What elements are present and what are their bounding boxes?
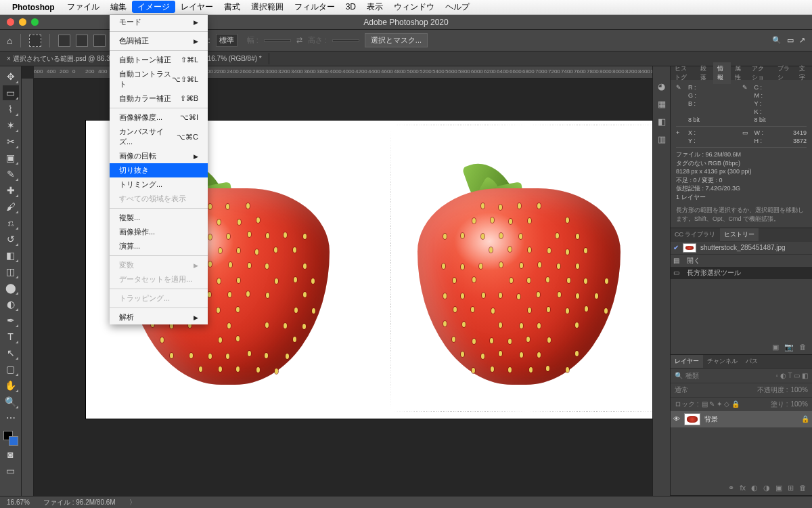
swatches-panel-icon[interactable]: ▦ xyxy=(656,98,668,110)
adjust-icon[interactable]: ◑ xyxy=(763,484,770,492)
dodge-tool[interactable]: ◐ xyxy=(3,297,19,312)
stamp-tool[interactable]: ⎌ xyxy=(3,215,19,230)
patterns-panel-icon[interactable]: ▥ xyxy=(656,133,668,145)
menubar-item[interactable]: ヘルプ xyxy=(440,1,475,13)
home-icon[interactable]: ⌂ xyxy=(7,35,12,46)
menubar-item[interactable]: イメージ xyxy=(132,1,175,13)
visibility-icon[interactable]: 👁 xyxy=(673,415,680,423)
menu-item[interactable]: 色調補正▶ xyxy=(110,34,208,48)
layer-thumbnail[interactable] xyxy=(684,413,700,425)
history-snapshot[interactable]: ✔shutterstock_285451487.jpg xyxy=(671,242,812,255)
sel-add-icon[interactable] xyxy=(76,35,88,47)
menu-item[interactable]: 切り抜き xyxy=(110,163,208,177)
workspace-icon[interactable]: ▭ xyxy=(787,36,794,45)
menu-item[interactable]: 画像操作... xyxy=(110,225,208,239)
lock-icon[interactable]: 🔒 xyxy=(801,415,809,423)
eraser-tool[interactable]: ◧ xyxy=(3,248,19,263)
layer-filter[interactable]: 種類 xyxy=(685,371,699,381)
menu-item[interactable]: 自動カラー補正⇧⌘B xyxy=(110,91,208,106)
lasso-tool[interactable]: ⌇ xyxy=(3,102,19,117)
panel-tab[interactable]: 情報 xyxy=(713,62,730,84)
menubar-item[interactable]: ウィンドウ xyxy=(388,1,440,13)
history-item[interactable]: ▤開く xyxy=(671,255,812,267)
blur-tool[interactable]: ⬤ xyxy=(3,280,19,295)
menubar-item[interactable]: 3D xyxy=(340,1,361,13)
crop-tool[interactable]: ✂ xyxy=(3,134,19,149)
menu-item[interactable]: 複製... xyxy=(110,211,208,225)
panel-tab[interactable]: チャンネル xyxy=(703,355,742,368)
wand-tool[interactable]: ✶ xyxy=(3,118,19,133)
document-tab[interactable]: × 選択されている範囲.psd @ 86.3% xyxy=(0,52,124,66)
menu-item[interactable]: 自動コントラスト⌥⇧⌘L xyxy=(110,67,208,91)
layer-row[interactable]: 👁 背景 🔒 xyxy=(671,411,812,427)
hand-tool[interactable]: ✋ xyxy=(3,378,19,393)
share-icon[interactable]: ↗ xyxy=(799,36,805,45)
menubar-item[interactable]: 選択範囲 xyxy=(246,1,289,13)
panel-tab[interactable]: ブラシ xyxy=(773,62,795,84)
zoom-tool[interactable]: 🔍 xyxy=(3,394,19,409)
menubar-item[interactable]: 表示 xyxy=(361,1,388,13)
panel-tab[interactable]: パス xyxy=(742,355,762,368)
menu-item[interactable]: 画像の回転▶ xyxy=(110,149,208,163)
fx-icon[interactable]: fx xyxy=(740,484,746,492)
panel-tab[interactable]: ヒストリー xyxy=(720,228,759,241)
marquee-selection[interactable] xyxy=(390,125,652,412)
screenmode-toggle[interactable]: ▭ xyxy=(3,463,19,478)
menubar-item[interactable]: レイヤー xyxy=(175,1,219,13)
menubar-item[interactable]: フィルター xyxy=(289,1,340,13)
menu-item[interactable]: トリミング... xyxy=(110,177,208,192)
gradients-panel-icon[interactable]: ◧ xyxy=(656,115,668,127)
panel-tab[interactable]: 文字 xyxy=(795,62,812,84)
type-tool[interactable]: T xyxy=(3,329,19,344)
layer-name[interactable]: 背景 xyxy=(704,415,718,424)
panel-tab[interactable]: CC ライブラリ xyxy=(671,228,720,241)
width-field[interactable] xyxy=(264,39,291,42)
blend-mode-select[interactable]: 通常 xyxy=(675,385,688,395)
sel-sub-icon[interactable] xyxy=(93,35,106,47)
trash-icon[interactable]: 🗑 xyxy=(799,484,807,492)
history-brush-tool[interactable]: ↺ xyxy=(3,232,19,247)
height-field[interactable] xyxy=(332,39,359,42)
new-snapshot-icon[interactable]: ▣ xyxy=(772,343,779,352)
menu-item[interactable]: 自動トーン補正⇧⌘L xyxy=(110,53,208,67)
app-name[interactable]: Photoshop xyxy=(12,3,55,12)
shape-tool[interactable]: ▢ xyxy=(3,362,19,377)
fill-field[interactable]: 100% xyxy=(790,400,808,408)
opacity-field[interactable]: 100% xyxy=(790,386,808,394)
new-layer-icon[interactable]: ⊞ xyxy=(788,484,794,492)
camera-icon[interactable]: 📷 xyxy=(784,343,794,352)
marquee-tool[interactable]: ▭ xyxy=(3,85,19,100)
history-item[interactable]: ▭長方形選択ツール xyxy=(671,267,812,279)
panel-tab[interactable]: 段落 xyxy=(696,62,713,84)
link-icon[interactable]: ⚭ xyxy=(728,484,734,492)
quickmask-toggle[interactable]: ◙ xyxy=(3,447,19,462)
eyedropper-tool[interactable]: ✎ xyxy=(3,167,19,182)
heal-tool[interactable]: ✚ xyxy=(3,183,19,198)
doc-info[interactable]: ファイル : 96.2M/80.6M xyxy=(43,498,116,507)
move-tool[interactable]: ✥ xyxy=(3,69,19,84)
sel-new-icon[interactable] xyxy=(58,35,70,47)
search-icon[interactable]: 🔍 xyxy=(772,36,782,45)
menubar-item[interactable]: 書式 xyxy=(219,1,246,13)
panel-tab[interactable]: レイヤー xyxy=(671,355,703,368)
image-menu-dropdown[interactable]: モード▶色調補正▶自動トーン補正⇧⌘L自動コントラスト⌥⇧⌘L自動カラー補正⇧⌘… xyxy=(110,15,208,324)
panel-tab[interactable]: ヒストグ xyxy=(671,62,696,84)
edit-toolbar[interactable]: ⋯ xyxy=(3,410,19,425)
trash-icon[interactable]: 🗑 xyxy=(799,343,807,352)
path-tool[interactable]: ↖ xyxy=(3,345,19,360)
gradient-tool[interactable]: ◫ xyxy=(3,264,19,279)
frame-tool[interactable]: ▣ xyxy=(3,150,19,165)
select-and-mask-button[interactable]: 選択とマスク... xyxy=(365,33,428,47)
color-panel-icon[interactable]: ◕ xyxy=(656,80,668,92)
mask-icon[interactable]: ◐ xyxy=(751,484,758,492)
marquee-tool-icon[interactable] xyxy=(29,35,41,47)
pen-tool[interactable]: ✒ xyxy=(3,313,19,328)
style-select[interactable]: 標準 xyxy=(216,34,238,47)
brush-tool[interactable]: 🖌 xyxy=(3,199,19,214)
menu-item[interactable]: カンバスサイズ...⌥⌘C xyxy=(110,125,208,149)
menubar-item[interactable]: 編集 xyxy=(105,1,132,13)
group-icon[interactable]: ▣ xyxy=(775,484,782,492)
menu-item[interactable]: 演算... xyxy=(110,239,208,253)
panel-tab[interactable]: 属性 xyxy=(731,62,748,84)
menubar-item[interactable]: ファイル xyxy=(62,1,105,13)
